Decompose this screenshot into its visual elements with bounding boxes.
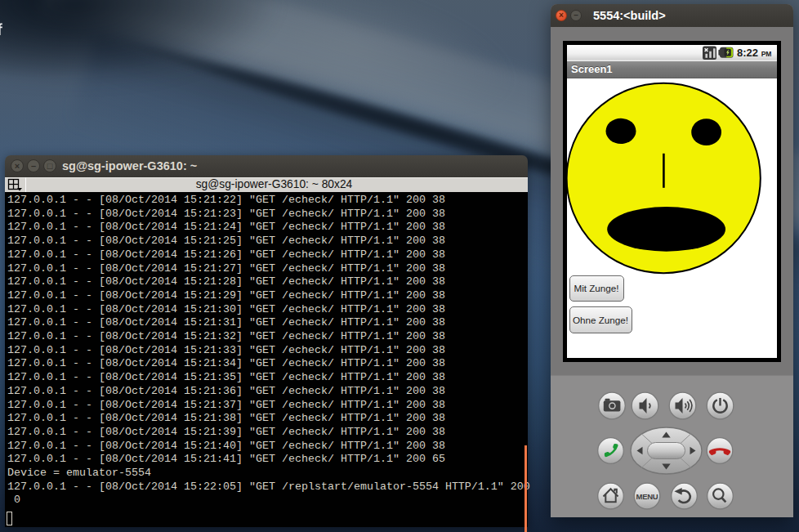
svg-text:MENU: MENU xyxy=(636,492,658,501)
